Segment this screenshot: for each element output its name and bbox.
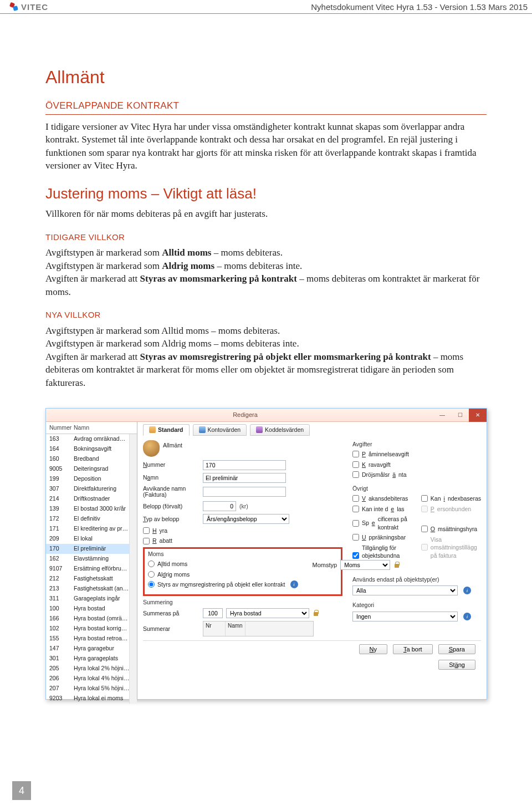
belopp-unit: (kr) bbox=[239, 502, 248, 510]
namn-input[interactable] bbox=[203, 473, 286, 483]
list-row[interactable]: 214Driftkostnader bbox=[46, 494, 137, 504]
chk-spec[interactable]: Specificeras på kontrakt bbox=[352, 515, 409, 531]
chk-delas[interactable]: Kan inte delas bbox=[352, 505, 409, 513]
nummer-label: Nummer bbox=[143, 461, 200, 468]
momstyp-label: Momstyp bbox=[313, 561, 337, 569]
chk-omshyra[interactable]: Omsättningshyra bbox=[421, 525, 481, 533]
summeras-label: Summeras på bbox=[143, 609, 200, 617]
anvands-select[interactable]: Alla bbox=[352, 585, 458, 595]
list-row[interactable]: 205Hyra lokal 2% höjni… bbox=[46, 664, 137, 674]
list-row[interactable]: 166Hyra bostad (omrä… bbox=[46, 614, 137, 624]
list-row[interactable]: 311Garageplats ingår bbox=[46, 594, 137, 604]
chk-paminnelse[interactable]: Påminnelseavgift bbox=[352, 450, 481, 458]
kategori-title: Kategori bbox=[352, 601, 481, 609]
list-row[interactable]: 155Hyra bostad retroa… bbox=[46, 634, 137, 644]
chk-personbunden: Personbunden bbox=[421, 505, 481, 513]
list-row[interactable]: 160Bredband bbox=[46, 454, 137, 464]
tab-koddelsvarden-icon bbox=[256, 426, 263, 433]
list-row[interactable]: 171El kreditering av pr… bbox=[46, 524, 137, 534]
summeras-num-input[interactable] bbox=[203, 608, 223, 618]
kategori-select[interactable]: Ingen bbox=[352, 612, 458, 621]
para-villkor-justerats: Villkoren för när moms debiteras på en a… bbox=[45, 207, 487, 220]
avvikande-input[interactable] bbox=[203, 487, 286, 497]
window-titlebar: Redigera — ☐ ✕ bbox=[46, 409, 487, 422]
list-row[interactable]: 199Deposition bbox=[46, 474, 137, 484]
brand-name: VITEC bbox=[21, 2, 48, 12]
list-row[interactable]: 212Fastighetsskatt bbox=[46, 574, 137, 584]
chk-kravavgift[interactable]: Kravavgift bbox=[352, 461, 481, 468]
avgifter-title: Avgifter bbox=[352, 440, 481, 448]
radio-aldrig-moms[interactable]: Aldrig moms bbox=[148, 570, 298, 578]
summeras-name-select[interactable]: Hyra bostad bbox=[226, 608, 309, 618]
chk-rabatt[interactable]: Rabatt bbox=[143, 537, 342, 544]
chk-hyra[interactable]: Hyra bbox=[143, 527, 342, 534]
maximize-button[interactable]: ☐ bbox=[451, 409, 469, 422]
list-row[interactable]: 172El definitiv bbox=[46, 514, 137, 524]
subhead-overlappande: ÖVERLAPPANDE KONTRAKT bbox=[45, 99, 487, 114]
spara-button[interactable]: Spara bbox=[438, 644, 475, 654]
ny-button[interactable]: Ny bbox=[359, 644, 387, 654]
stang-button[interactable]: Stäng bbox=[438, 660, 475, 670]
tab-standard[interactable]: Standard bbox=[143, 424, 190, 435]
list-row[interactable]: 209El lokal bbox=[46, 534, 137, 544]
list-row[interactable]: 139El bostad 3000 kr/år bbox=[46, 504, 137, 514]
list-body[interactable]: 163Avdrag omräknad…164Bokningsavgift160B… bbox=[46, 434, 137, 704]
list-row[interactable]: 9203Hyra lokal ei moms bbox=[46, 694, 137, 704]
brand-logo-mark bbox=[10, 3, 18, 11]
typ-select[interactable]: Års/engångsbelopp bbox=[203, 514, 289, 524]
list-row[interactable]: 207Hyra lokal 5% höjni… bbox=[46, 684, 137, 694]
document-body: Allmänt ÖVERLAPPANDE KONTRAKT I tidigare… bbox=[0, 14, 532, 700]
lock-icon bbox=[313, 610, 319, 617]
list-col-nummer[interactable]: Nummer bbox=[49, 424, 74, 431]
summerar-list[interactable]: Nr Namn bbox=[203, 621, 314, 636]
tab-kontovarden-icon bbox=[199, 426, 206, 433]
minimize-button[interactable]: — bbox=[433, 409, 451, 422]
scrollbar[interactable] bbox=[129, 434, 137, 704]
belopp-input[interactable] bbox=[203, 501, 236, 511]
group-allmant-label: Allmänt bbox=[163, 441, 182, 449]
para-nya-1: Avgiftstypen är markerad som Alltid moms… bbox=[45, 324, 487, 337]
summerar-col-namn: Namn bbox=[226, 621, 245, 636]
info-icon[interactable]: i bbox=[290, 580, 298, 588]
window-title: Redigera bbox=[57, 411, 433, 419]
form-pane: Standard Kontovärden Koddelsvärden bbox=[137, 422, 487, 699]
summerar-label: Summerar bbox=[143, 625, 200, 633]
tabort-button[interactable]: Ta bort bbox=[393, 644, 433, 654]
para-tidigare-1: Avgiftstypen är markerad som Alltid moms… bbox=[45, 246, 487, 259]
page-header: VITEC Nyhetsdokument Vitec Hyra 1.53 - V… bbox=[0, 0, 532, 14]
app-window: Redigera — ☐ ✕ Nummer Namn 163Avdrag omr… bbox=[45, 408, 487, 700]
para-tidigare-2: Avgiftstypen är markerad som Aldrig moms… bbox=[45, 259, 487, 272]
list-row[interactable]: 9107Ersättning elförbru… bbox=[46, 564, 137, 574]
tab-koddelsvarden[interactable]: Koddelsvärden bbox=[250, 424, 310, 435]
chk-indexbaseras[interactable]: Kan indexbaseras bbox=[421, 495, 481, 502]
chk-drojsmal[interactable]: Dröjsmålsränta bbox=[352, 471, 481, 478]
moms-group: Moms Alltid moms Aldrig moms bbox=[143, 547, 342, 596]
radio-styrs-moms[interactable]: Styrs av momsregistrering på objekt elle… bbox=[148, 580, 298, 588]
list-row[interactable]: 213Fastighetsskatt (an… bbox=[46, 584, 137, 594]
close-button[interactable]: ✕ bbox=[469, 409, 487, 422]
list-row[interactable]: 163Avdrag omräknad… bbox=[46, 434, 137, 444]
nummer-input[interactable] bbox=[203, 460, 286, 470]
list-row[interactable]: 102Hyra bostad korrig… bbox=[46, 624, 137, 634]
ovrigt-title: Övrigt bbox=[352, 485, 481, 492]
list-row[interactable]: 147Hyra garagebur bbox=[46, 644, 137, 654]
tab-kontovarden[interactable]: Kontovärden bbox=[193, 424, 247, 435]
list-row[interactable]: 162Elavstämning bbox=[46, 554, 137, 564]
list-row[interactable]: 206Hyra lokal 4% höjni… bbox=[46, 674, 137, 684]
list-row[interactable]: 9005Deiteringsrad bbox=[46, 464, 137, 474]
list-col-namn[interactable]: Namn bbox=[74, 424, 135, 431]
subhead-tidigare: TIDIGARE VILLKOR bbox=[45, 232, 487, 243]
radio-alltid-moms[interactable]: Alltid moms bbox=[148, 560, 298, 568]
list-row[interactable]: 301Hyra garageplats bbox=[46, 654, 137, 664]
page-number: 4 bbox=[12, 781, 31, 800]
para-tidigare-3: Avgiften är markerad att Styras av momsm… bbox=[45, 272, 487, 298]
info-icon[interactable]: i bbox=[463, 587, 471, 594]
chk-upprakning[interactable]: Uppräkningsbar bbox=[352, 533, 409, 541]
momstyp-select[interactable]: Moms bbox=[340, 560, 390, 570]
list-row[interactable]: 307Direktfakturering bbox=[46, 484, 137, 494]
list-row[interactable]: 100Hyra bostad bbox=[46, 604, 137, 614]
chk-vakans[interactable]: Vakansdebiteras bbox=[352, 495, 409, 502]
list-row[interactable]: 170El preliminär bbox=[46, 544, 137, 554]
list-row[interactable]: 164Bokningsavgift bbox=[46, 444, 137, 454]
info-icon[interactable]: i bbox=[463, 613, 471, 620]
